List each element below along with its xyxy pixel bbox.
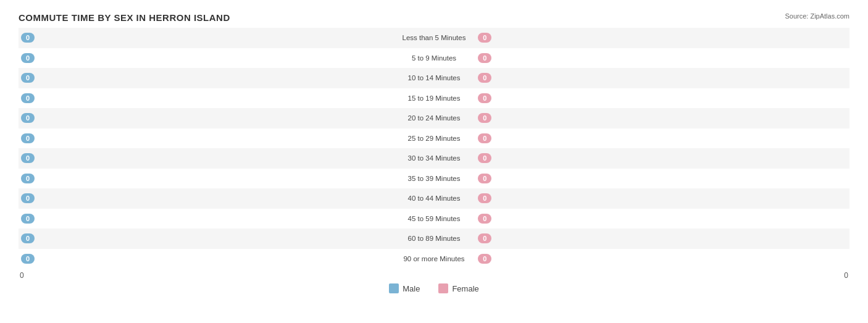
bar-left-side: 0 [19,174,393,183]
chart-row: 0 15 to 19 Minutes 0 [19,88,849,109]
male-value: 0 [21,113,35,123]
bar-left-side: 0 [19,53,393,63]
male-value: 0 [21,93,35,103]
chart-row: 0 25 to 29 Minutes 0 [19,128,849,149]
female-value: 0 [478,193,491,203]
female-swatch [438,283,448,293]
row-label: 5 to 9 Minutes [393,54,476,62]
legend-item-female: Female [438,283,478,293]
rows-wrapper: 0 Less than 5 Minutes 0 0 [19,28,849,269]
chart-row: 0 60 to 89 Minutes 0 [19,229,849,249]
chart-row: 0 45 to 59 Minutes 0 [19,209,849,229]
male-value: 0 [21,33,35,43]
row-bar-area: 0 10 to 14 Minutes 0 [19,68,849,88]
male-value: 0 [21,214,35,224]
chart-row: 0 35 to 39 Minutes 0 [19,169,849,189]
female-value: 0 [478,254,491,264]
bar-left-side: 0 [19,33,393,43]
chart-row: 0 10 to 14 Minutes 0 [19,68,849,88]
row-bar-area: 0 45 to 59 Minutes 0 [19,209,849,229]
row-bar-area: 0 30 to 34 Minutes 0 [19,148,849,169]
bar-group: 0 40 to 44 Minutes 0 [19,191,849,206]
bar-right-side: 0 [475,193,849,203]
chart-title: COMMUTE TIME BY SEX IN HERRON ISLAND [19,12,849,23]
chart-container: COMMUTE TIME BY SEX IN HERRON ISLAND Sou… [0,0,868,323]
male-value: 0 [21,53,35,63]
male-value: 0 [21,254,35,264]
male-value: 0 [21,133,35,143]
bar-right-side: 0 [475,233,849,243]
bar-right-side: 0 [475,73,849,83]
row-bar-area: 0 5 to 9 Minutes 0 [19,48,849,69]
bar-right-side: 0 [475,153,849,163]
bar-left-side: 0 [19,193,393,203]
female-value: 0 [478,53,491,63]
bar-left-side: 0 [19,254,393,264]
bar-right-side: 0 [475,93,849,103]
bar-group: 0 90 or more Minutes 0 [19,251,849,266]
chart-row: 0 20 to 24 Minutes 0 [19,108,849,128]
row-label: Less than 5 Minutes [393,34,476,41]
row-label: 40 to 44 Minutes [393,195,476,202]
bar-group: 0 Less than 5 Minutes 0 [19,31,849,45]
female-value: 0 [478,33,491,43]
male-value: 0 [21,174,35,183]
chart-row: 0 90 or more Minutes 0 [19,249,849,269]
chart-area: 0 Less than 5 Minutes 0 0 [19,28,849,269]
row-bar-area: 0 20 to 24 Minutes 0 [19,108,849,128]
chart-row: 0 Less than 5 Minutes 0 [19,28,849,48]
row-label: 45 to 59 Minutes [393,215,476,222]
source-text: Source: ZipAtlas.com [785,12,849,20]
bar-right-side: 0 [475,133,849,143]
female-value: 0 [478,113,491,123]
male-value: 0 [21,193,35,203]
axis-left-label: 0 [20,271,24,280]
bar-group: 0 5 to 9 Minutes 0 [19,51,849,65]
male-label: Male [403,284,420,293]
bar-group: 0 60 to 89 Minutes 0 [19,232,849,246]
row-label: 90 or more Minutes [393,255,476,262]
bar-left-side: 0 [19,113,393,123]
female-value: 0 [478,133,491,143]
row-bar-area: 0 35 to 39 Minutes 0 [19,169,849,189]
row-bar-area: 0 60 to 89 Minutes 0 [19,229,849,249]
bar-left-side: 0 [19,133,393,143]
bar-group: 0 30 to 34 Minutes 0 [19,151,849,166]
bar-group: 0 10 to 14 Minutes 0 [19,71,849,85]
bar-group: 0 20 to 24 Minutes 0 [19,111,849,125]
bar-right-side: 0 [475,53,849,63]
axis-bottom: 0 0 [19,271,849,280]
bar-group: 0 45 to 59 Minutes 0 [19,211,849,225]
female-value: 0 [478,233,491,243]
chart-row: 0 40 to 44 Minutes 0 [19,188,849,209]
bar-group: 0 15 to 19 Minutes 0 [19,91,849,105]
bar-right-side: 0 [475,174,849,183]
row-label: 10 to 14 Minutes [393,74,476,82]
bar-right-side: 0 [475,254,849,264]
bar-right-side: 0 [475,214,849,224]
bar-left-side: 0 [19,93,393,103]
male-swatch [389,283,399,293]
legend: Male Female [19,283,849,293]
female-value: 0 [478,214,491,224]
axis-right-label: 0 [844,271,848,280]
female-value: 0 [478,73,491,83]
bar-group: 0 25 to 29 Minutes 0 [19,131,849,145]
row-label: 30 to 34 Minutes [393,154,476,162]
row-bar-area: 0 90 or more Minutes 0 [19,249,849,269]
row-bar-area: 0 40 to 44 Minutes 0 [19,188,849,209]
bar-left-side: 0 [19,233,393,243]
male-value: 0 [21,153,35,163]
bar-group: 0 35 to 39 Minutes 0 [19,171,849,185]
row-label: 25 to 29 Minutes [393,135,476,142]
male-value: 0 [21,73,35,83]
row-bar-area: 0 25 to 29 Minutes 0 [19,128,849,149]
row-bar-area: 0 Less than 5 Minutes 0 [19,28,849,48]
bar-left-side: 0 [19,73,393,83]
row-label: 20 to 24 Minutes [393,114,476,122]
row-label: 15 to 19 Minutes [393,94,476,102]
female-value: 0 [478,93,491,103]
chart-row: 0 30 to 34 Minutes 0 [19,148,849,169]
bar-right-side: 0 [475,113,849,123]
bar-right-side: 0 [475,33,849,43]
